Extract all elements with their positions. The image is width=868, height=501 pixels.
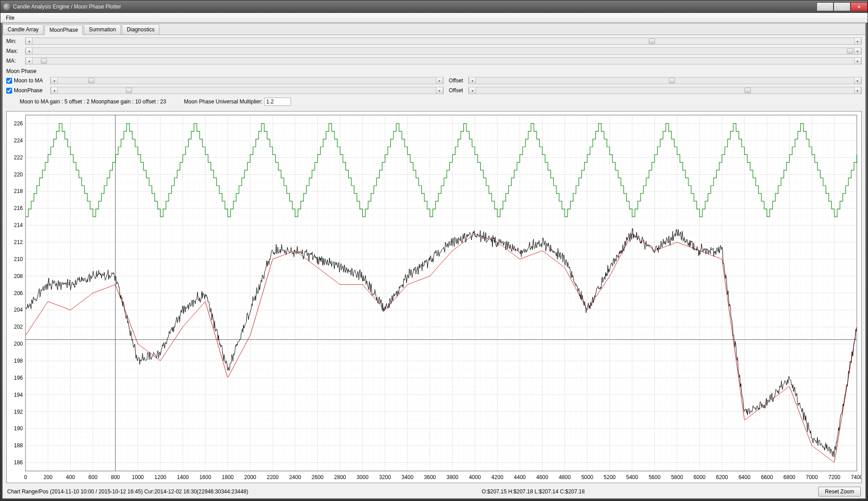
svg-text:5800: 5800 [671, 474, 683, 480]
svg-text:200: 200 [14, 341, 23, 347]
scroll-right-icon[interactable]: ▸ [854, 48, 861, 54]
menubar: File [0, 13, 868, 23]
slider-thumb[interactable] [847, 48, 853, 54]
chart-area[interactable]: 0200400600800100012001400160018002000220… [6, 111, 862, 483]
minimize-button[interactable]: — [817, 2, 834, 11]
slider-thumb[interactable] [88, 78, 94, 83]
svg-text:212: 212 [14, 239, 23, 245]
slider-thumb[interactable] [126, 88, 132, 93]
svg-text:194: 194 [14, 392, 23, 398]
svg-text:192: 192 [14, 409, 23, 415]
moon-to-ma-check-input[interactable] [6, 78, 12, 84]
svg-text:4400: 4400 [514, 474, 526, 480]
svg-text:2200: 2200 [267, 474, 279, 480]
scroll-left-icon[interactable]: ◂ [26, 48, 33, 54]
moonphase-gain-slider[interactable]: ◂ ▸ [50, 87, 444, 94]
offset-label-1: Offset [446, 77, 466, 84]
svg-text:7400: 7400 [851, 474, 861, 480]
scroll-right-icon[interactable]: ▸ [436, 87, 443, 94]
svg-text:5400: 5400 [626, 474, 638, 480]
svg-text:216: 216 [14, 205, 23, 211]
tab-summation[interactable]: Summation [84, 24, 121, 34]
svg-text:204: 204 [14, 307, 23, 313]
scroll-left-icon[interactable]: ◂ [469, 87, 476, 94]
ma-slider[interactable]: ◂ ▸ [25, 57, 862, 64]
maximize-button[interactable]: ▢ [834, 2, 851, 11]
svg-text:5000: 5000 [581, 474, 593, 480]
svg-text:5200: 5200 [604, 474, 616, 480]
multiplier-input[interactable] [264, 98, 291, 106]
scroll-right-icon[interactable]: ▸ [436, 77, 443, 84]
slider-thumb[interactable] [649, 39, 655, 44]
svg-text:224: 224 [14, 137, 23, 144]
moonphase-offset-slider[interactable]: ◂ ▸ [468, 87, 862, 94]
moon-to-ma-checkbox[interactable]: Moon to MA [6, 77, 47, 84]
moonphase-checkbox[interactable]: MoonPhase [6, 87, 47, 94]
params-text: Moon to MA gain : 5 offset : 2 Moonphase… [20, 98, 166, 105]
svg-text:3000: 3000 [356, 474, 368, 480]
svg-text:1200: 1200 [154, 474, 167, 480]
svg-text:196: 196 [14, 375, 23, 381]
offset-label-2: Offset [446, 87, 466, 94]
tab-candle-array[interactable]: Candle Array [3, 24, 43, 34]
status-ohlc-text: O:$207.15 H:$207.18 L:$207.14 C:$207.18 [482, 488, 585, 495]
scroll-left-icon[interactable]: ◂ [51, 77, 58, 84]
scroll-left-icon[interactable]: ◂ [469, 77, 476, 84]
svg-text:4800: 4800 [559, 474, 571, 480]
svg-text:6000: 6000 [693, 474, 706, 480]
scroll-left-icon[interactable]: ◂ [26, 38, 33, 44]
max-label: Max: [6, 48, 22, 54]
svg-text:208: 208 [14, 273, 23, 279]
slider-thumb[interactable] [41, 58, 47, 64]
chart-svg[interactable]: 0200400600800100012001400160018002000220… [7, 111, 861, 483]
app-window: Candle Analysis Engine / Moon Phase Plot… [0, 0, 868, 501]
svg-text:800: 800 [111, 474, 120, 480]
moon-to-ma-offset-slider[interactable]: ◂ ▸ [468, 77, 862, 84]
scroll-left-icon[interactable]: ◂ [26, 58, 33, 64]
scroll-left-icon[interactable]: ◂ [51, 87, 58, 94]
svg-text:6200: 6200 [716, 474, 728, 480]
multiplier-label: Moon Phase Universal Multiplier: [184, 98, 262, 105]
reset-zoom-button[interactable]: Reset Zoom [818, 487, 861, 497]
scroll-right-icon[interactable]: ▸ [854, 38, 861, 44]
min-slider[interactable]: ◂ ▸ [25, 38, 862, 45]
app-icon [3, 3, 10, 10]
svg-text:2800: 2800 [334, 474, 346, 480]
slider-thumb[interactable] [744, 88, 751, 93]
moonphase-check-input[interactable] [6, 88, 12, 94]
svg-text:202: 202 [14, 324, 23, 330]
svg-text:198: 198 [14, 358, 23, 364]
svg-text:4200: 4200 [492, 474, 504, 480]
ma-label: MA: [6, 58, 22, 64]
svg-text:220: 220 [14, 171, 23, 178]
status-range-text: Chart Range/Pos (2014-11-10 10:00 / 2015… [7, 488, 248, 495]
scroll-right-icon[interactable]: ▸ [854, 87, 861, 94]
menu-file[interactable]: File [3, 14, 17, 22]
scroll-right-icon[interactable]: ▸ [854, 58, 861, 64]
moonphase-check-label: MoonPhase [14, 87, 43, 94]
svg-text:206: 206 [14, 290, 23, 296]
max-slider[interactable]: ◂ ▸ [25, 47, 862, 55]
window-buttons: — ▢ ✕ [817, 2, 868, 11]
svg-text:3400: 3400 [402, 474, 414, 480]
svg-text:1600: 1600 [199, 474, 211, 480]
min-label: Min: [6, 38, 22, 44]
svg-text:6400: 6400 [739, 474, 751, 480]
tab-diagnostics[interactable]: Diagnostics [122, 24, 159, 34]
svg-text:200: 200 [43, 474, 52, 480]
client-area: Candle Array MoonPhase Summation Diagnos… [2, 23, 866, 499]
close-button[interactable]: ✕ [851, 2, 868, 11]
svg-text:5600: 5600 [649, 474, 661, 480]
scroll-right-icon[interactable]: ▸ [854, 77, 861, 84]
svg-text:1400: 1400 [177, 474, 189, 480]
controls-panel: Min: ◂ ▸ Max: ◂ ▸ MA: ◂ [3, 35, 865, 109]
svg-text:226: 226 [14, 120, 23, 127]
slider-thumb[interactable] [669, 78, 675, 83]
svg-text:3800: 3800 [446, 474, 458, 480]
tab-moonphase[interactable]: MoonPhase [44, 25, 83, 35]
svg-text:2600: 2600 [312, 474, 324, 480]
moon-to-ma-gain-slider[interactable]: ◂ ▸ [50, 77, 444, 84]
tab-strip: Candle Array MoonPhase Summation Diagnos… [3, 23, 865, 35]
window-title: Candle Analysis Engine / Moon Phase Plot… [13, 4, 121, 10]
svg-text:190: 190 [14, 425, 23, 432]
